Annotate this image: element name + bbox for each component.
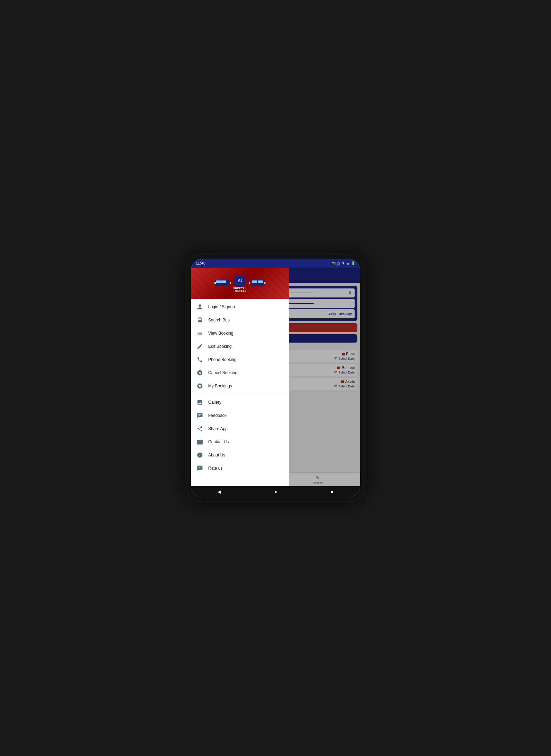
person-icon	[196, 303, 203, 310]
camera-icon: 📷	[331, 261, 336, 265]
phone-icon	[196, 356, 203, 363]
menu-item-my-bookings[interactable]: My Bookings	[191, 379, 289, 393]
svg-rect-1	[216, 280, 221, 283]
edit-icon	[196, 343, 203, 350]
cancel-booking-label: Cancel Booking	[208, 370, 237, 375]
share-icon	[196, 425, 203, 432]
svg-rect-12	[249, 282, 250, 284]
rate-icon	[196, 465, 203, 472]
star-icon	[196, 383, 203, 389]
battery-icon: 🔋	[351, 261, 355, 265]
svg-point-10	[252, 286, 254, 288]
logo-symbol: S⟩	[238, 279, 242, 283]
status-bar: 11:40 📷 ◎ ▼ ▲ 🔋	[191, 259, 360, 268]
device-nav: ◀ ● ■	[191, 486, 360, 497]
login-label: Login / Signup	[208, 304, 235, 309]
navigation-drawer: S⟩ SHEETAL TRAVELS	[191, 268, 289, 486]
bus-menu-icon	[196, 317, 203, 324]
svg-point-4	[226, 286, 228, 288]
contact-icon	[196, 438, 203, 445]
svg-point-11	[261, 286, 263, 288]
gallery-label: Gallery	[208, 400, 221, 405]
info-icon	[196, 452, 203, 459]
signal-bars-icon: ▲	[346, 261, 350, 265]
menu-item-feedback[interactable]: Feedback	[191, 409, 289, 422]
signal-icon: ◎	[337, 261, 340, 265]
status-time: 11:40	[196, 261, 205, 265]
svg-point-3	[217, 286, 219, 288]
menu-item-contact-us[interactable]: Contact Us	[191, 435, 289, 448]
svg-rect-5	[214, 282, 216, 284]
back-btn[interactable]: ◀	[218, 489, 221, 494]
sheetal-logo: S⟩	[234, 275, 246, 287]
drawer-logo-area: S⟩ SHEETAL TRAVELS	[214, 275, 265, 292]
drawer-header: S⟩ SHEETAL TRAVELS	[191, 268, 289, 299]
menu-item-edit-booking[interactable]: Edit Booking	[191, 340, 289, 353]
cancel-icon	[196, 369, 203, 376]
menu-item-view-booking[interactable]: View Booking	[191, 327, 289, 340]
menu-item-search-bus[interactable]: Search Bus	[191, 313, 289, 327]
screen-content: EETAL AVELS ⇅ Today	[191, 268, 360, 486]
menu-item-about-us[interactable]: About Us	[191, 448, 289, 462]
menu-divider	[191, 394, 289, 394]
my-bookings-label: My Bookings	[208, 384, 232, 388]
home-btn[interactable]: ●	[274, 489, 277, 494]
about-us-label: About Us	[208, 453, 225, 457]
recents-btn[interactable]: ■	[331, 489, 333, 494]
menu-item-cancel-booking[interactable]: Cancel Booking	[191, 366, 289, 379]
list-icon	[196, 330, 203, 337]
menu-item-login[interactable]: Login / Signup	[191, 300, 289, 313]
bus-icon-right	[249, 278, 265, 288]
bus-icon-left	[214, 278, 231, 288]
phone-booking-label: Phone Booking	[208, 357, 236, 362]
wifi-icon: ▼	[341, 261, 345, 265]
svg-rect-6	[230, 282, 231, 284]
sub-label: TRAVELS	[233, 289, 247, 292]
svg-rect-9	[258, 280, 263, 283]
svg-rect-2	[221, 280, 226, 283]
menu-item-share-app[interactable]: Share App	[191, 422, 289, 435]
share-app-label: Share App	[208, 426, 228, 431]
feedback-icon	[196, 412, 203, 419]
brand-label: SHEETAL	[233, 287, 247, 289]
logo-text-area: S⟩ SHEETAL TRAVELS	[233, 275, 247, 292]
edit-booking-label: Edit Booking	[208, 344, 231, 349]
menu-item-gallery[interactable]: Gallery	[191, 396, 289, 409]
feedback-label: Feedback	[208, 413, 227, 418]
status-icons: 📷 ◎ ▼ ▲ 🔋	[331, 261, 355, 265]
rate-us-label: Rate us	[208, 466, 222, 471]
menu-item-phone-booking[interactable]: Phone Booking	[191, 353, 289, 366]
menu-item-rate-us[interactable]: Rate us	[191, 462, 289, 475]
view-booking-label: View Booking	[208, 331, 234, 336]
svg-rect-13	[264, 282, 265, 284]
contact-us-label: Contact Us	[208, 439, 229, 444]
image-icon	[196, 399, 203, 406]
svg-rect-8	[252, 280, 257, 283]
device-screen: 11:40 📷 ◎ ▼ ▲ 🔋 EETAL AVELS	[191, 259, 360, 497]
search-bus-label: Search Bus	[208, 318, 230, 322]
device-frame: 11:40 📷 ◎ ▼ ▲ 🔋 EETAL AVELS	[185, 253, 366, 503]
drawer-menu: Login / Signup Search Bus View Booking	[191, 299, 289, 486]
